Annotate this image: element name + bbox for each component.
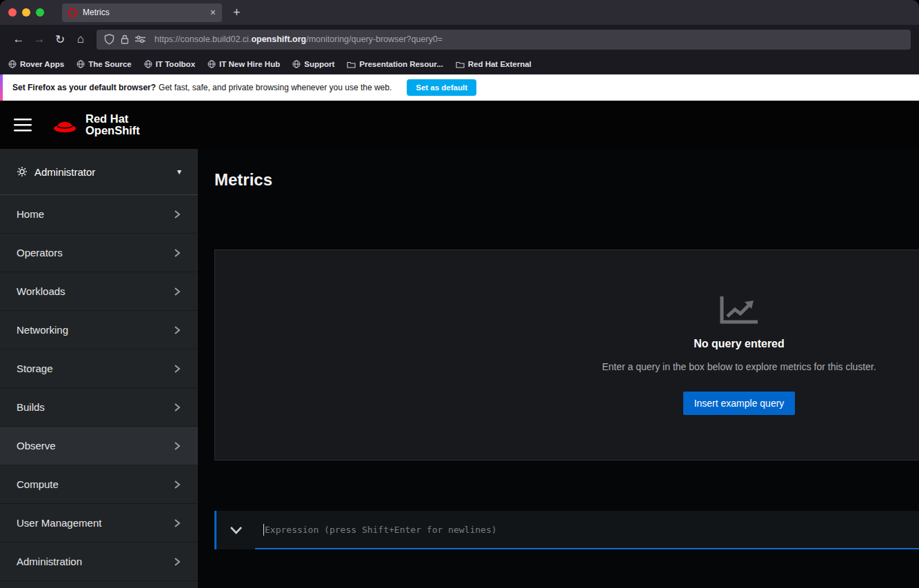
expression-input[interactable] [265,525,919,535]
main-content: Metrics No query entered Enter a query i… [198,149,919,588]
brand-text: Red Hat OpenShift [85,113,140,136]
chevron-right-icon [174,518,181,528]
empty-state-description: Enter a query in the box below to explor… [546,361,919,372]
sidebar-item-user-management[interactable]: User Management [0,504,198,543]
caret-down-icon: ▾ [177,167,181,176]
perspective-label: Administrator [34,166,95,178]
hamburger-menu-icon[interactable] [14,119,32,132]
folder-icon [347,61,356,68]
bookmark-it-toolbox[interactable]: IT Toolbox [144,60,195,68]
sidebar-item-builds[interactable]: Builds [0,388,198,427]
chevron-right-icon [174,248,181,258]
globe-icon [8,60,17,68]
minimize-window-button[interactable] [22,8,30,17]
chevron-right-icon [174,557,181,567]
openshift-favicon-icon [68,8,77,17]
sidebar-item-networking[interactable]: Networking [0,311,198,349]
forward-icon[interactable]: → [29,32,50,46]
lock-icon[interactable] [121,34,129,44]
chevron-right-icon [174,210,181,219]
sidebar-nav: Administrator ▾ Home Operators Workloads… [0,149,198,588]
reload-icon[interactable]: ↻ [50,32,70,47]
globe-icon [77,60,85,68]
bookmark-support[interactable]: Support [292,60,334,68]
bookmark-presentation-resources[interactable]: Presentation Resour... [347,60,443,68]
bookmarks-bar: Rover Apps The Source IT Toolbox IT New … [0,54,919,74]
page-title: Metrics [214,170,919,190]
zoom-window-button[interactable] [36,8,44,17]
empty-state-card: No query entered Enter a query in the bo… [214,250,919,460]
bookmark-it-new-hire-hub[interactable]: IT New Hire Hub [208,60,280,68]
tab-title: Metrics [83,8,110,17]
chevron-right-icon [174,441,181,451]
text-cursor [263,524,264,536]
empty-state-heading: No query entered [546,338,919,350]
permissions-sliders-icon[interactable] [135,35,145,43]
sidebar-item-workloads[interactable]: Workloads [0,272,198,311]
sidebar-item-observe[interactable]: Observe [0,427,198,465]
chevron-right-icon [174,325,181,335]
redhat-openshift-logo[interactable]: Red Hat OpenShift [51,113,140,136]
set-as-default-button[interactable]: Set as default [407,79,476,96]
url-text: https://console.build02.ci.openshift.org… [154,34,443,44]
sidebar-item-home[interactable]: Home [0,195,198,234]
insert-example-query-button[interactable]: Insert example query [683,392,796,415]
sidebar-item-storage[interactable]: Storage [0,349,198,388]
cogs-icon [17,166,28,177]
chevron-right-icon [174,403,181,412]
browser-window: Metrics × + ← → ↻ ⌂ https://console.buil… [0,0,919,588]
globe-icon [144,60,152,68]
sidebar-item-operators[interactable]: Operators [0,234,198,272]
sidebar-item-compute[interactable]: Compute [0,465,198,504]
masthead: Red Hat OpenShift [0,101,919,149]
sidebar-items: Home Operators Workloads Networking Stor… [0,195,198,581]
bookmark-the-source[interactable]: The Source [77,60,132,68]
browser-tab[interactable]: Metrics × [62,3,222,22]
chevron-right-icon [174,287,181,296]
globe-icon [208,60,216,68]
nav-toolbar: ← → ↻ ⌂ https://console.build02.ci.opens… [0,25,919,54]
home-icon[interactable]: ⌂ [70,32,91,46]
back-icon[interactable]: ← [8,32,29,46]
chevron-down-icon [230,526,243,535]
folder-icon [456,61,465,68]
chevron-right-icon [174,364,181,374]
url-bar[interactable]: https://console.build02.ci.openshift.org… [97,30,911,50]
notification-message: Set Firefox as your default browser?Get … [12,83,392,92]
collapse-query-button[interactable] [216,511,255,549]
traffic-lights [8,8,44,17]
titlebar: Metrics × + [0,0,919,25]
bookmark-rover-apps[interactable]: Rover Apps [8,60,64,68]
shield-icon[interactable] [104,34,114,45]
new-tab-button[interactable]: + [233,6,241,20]
close-window-button[interactable] [8,8,17,17]
redhat-hat-icon [51,116,79,134]
chevron-right-icon [174,480,181,489]
notification-accent-stripe [0,74,3,101]
close-tab-icon[interactable]: × [210,7,216,18]
expression-input-wrap [255,511,919,549]
notification-bar: Set Firefox as your default browser?Get … [0,74,919,101]
query-expression-bar [214,511,919,549]
monitoring-chart-icon [546,295,919,328]
bookmark-red-hat-external[interactable]: Red Hat External [456,60,532,68]
empty-state: No query entered Enter a query in the bo… [546,295,919,415]
sidebar-item-administration[interactable]: Administration [0,543,198,581]
globe-icon [292,60,301,68]
perspective-switcher[interactable]: Administrator ▾ [0,149,198,195]
